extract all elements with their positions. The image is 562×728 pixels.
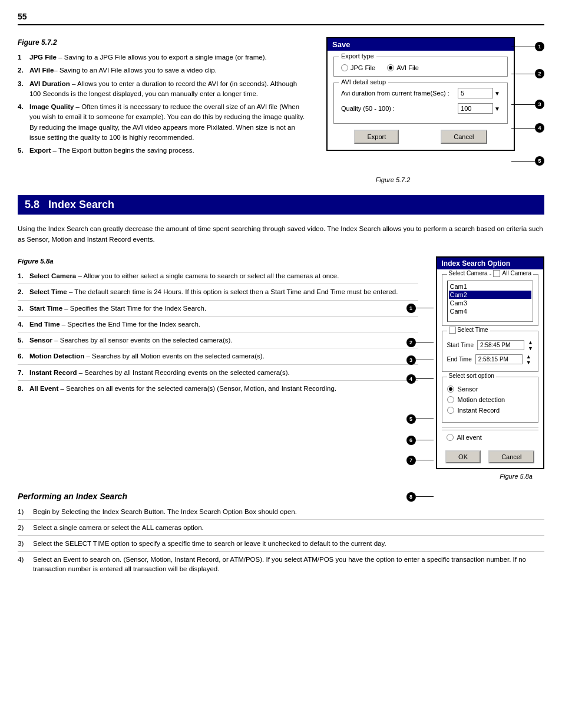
- save-dialog-buttons: Export Cancel: [333, 130, 508, 144]
- list-item: 6. Motion Detection – Searches by all Mo…: [18, 351, 418, 364]
- all-camera-label: All Camera: [503, 270, 531, 276]
- start-time-spinner[interactable]: ▲▼: [528, 340, 533, 351]
- avi-radio-btn[interactable]: [387, 64, 394, 71]
- list-item: 5. Sensor – Searches by all sensor event…: [18, 335, 418, 348]
- end-time-spinner[interactable]: ▲▼: [526, 354, 531, 365]
- select-time-group-label: Select Time: [447, 327, 490, 334]
- list-item: 5. Export – The Export button begins the…: [18, 146, 309, 156]
- quality-arrow: ▼: [494, 106, 500, 112]
- callout-4: 4: [535, 123, 544, 133]
- list-item: 4. Image Quality – Often times it is nec…: [18, 102, 309, 143]
- start-time-label: Start Time: [447, 342, 474, 348]
- section-58-number: 5.8: [25, 199, 39, 210]
- all-camera-checkbox[interactable]: [493, 270, 500, 277]
- sensor-label: Sensor: [458, 386, 478, 393]
- list-item: 3. AVI Duration – Allows you to enter a …: [18, 79, 309, 100]
- duration-dropdown[interactable]: 5 ▼: [458, 88, 500, 98]
- jpg-label: JPG File: [351, 64, 375, 71]
- all-event-section[interactable]: All event: [442, 430, 539, 444]
- performing-title: Performing an Index Search: [18, 492, 544, 501]
- instant-label: Instant Record: [458, 407, 500, 414]
- performing-step-4: 4) Select an Event to search on. (Sensor…: [18, 555, 544, 577]
- time-group: Select Time Start Time ▲▼ End Time ▲▼: [442, 331, 539, 372]
- avi-detail-group: AVI detail setup Avi duration from curre…: [333, 83, 508, 124]
- callout-5: 5: [535, 156, 544, 166]
- end-time-label: End Time: [447, 356, 472, 363]
- camera-list[interactable]: Cam1 Cam2 Cam3 Cam4: [447, 281, 534, 322]
- index-dialog-buttons: OK Cancel: [442, 450, 539, 463]
- jpg-radio[interactable]: JPG File: [341, 64, 375, 71]
- export-type-label: Export type: [339, 52, 376, 60]
- list-item: 4. End Time – Specifies the End Time for…: [18, 319, 418, 332]
- section-58-title: Index Search: [48, 199, 114, 210]
- camera-item-cam4[interactable]: Cam4: [449, 307, 532, 315]
- index-dialog-title: Index Search Option: [437, 258, 544, 269]
- callout-2: 2: [535, 69, 544, 78]
- duration-input[interactable]: 5: [458, 88, 493, 98]
- sensor-radio-item[interactable]: Sensor: [447, 386, 534, 393]
- save-dialog-title: Save: [328, 38, 514, 51]
- all-event-radio[interactable]: [447, 434, 454, 441]
- select-time-label: Select Time: [457, 327, 488, 333]
- camera-group: Select Camera All Camera Cam1 Cam2 Cam3 …: [442, 274, 539, 326]
- index-items-list: 1. Select Camera – Allow you to either s…: [18, 271, 418, 396]
- list-item: 7. Instant Record – Searches by all Inst…: [18, 368, 418, 381]
- performing-step-2: 2) Select a single camera or select the …: [18, 523, 544, 536]
- performing-list: 1) Begin by Selecting the Index Search B…: [18, 507, 544, 577]
- list-item: 1. Select Camera – Allow you to either s…: [18, 271, 418, 284]
- index-cancel-button[interactable]: Cancel: [488, 450, 534, 463]
- export-type-radio-row: JPG File AVI File: [341, 64, 500, 71]
- instant-radio[interactable]: [447, 407, 454, 414]
- camera-item-cam1[interactable]: Cam1: [449, 282, 532, 291]
- export-button[interactable]: Export: [354, 130, 399, 144]
- start-time-input[interactable]: [477, 340, 524, 350]
- motion-label: Motion detection: [458, 396, 505, 403]
- callout-3: 3: [535, 100, 544, 109]
- select-camera-label: Select Camera: [447, 270, 490, 276]
- list-item: 8. All Event – Searches on all events fo…: [18, 384, 418, 396]
- camera-item-cam2[interactable]: Cam2: [449, 291, 532, 299]
- index-ok-button[interactable]: OK: [445, 450, 481, 463]
- list-item: 2. Select Time – The default search time…: [18, 287, 418, 300]
- quality-row: Quality (50 - 100) : 100 ▼: [341, 103, 500, 114]
- figure-58a-caption: Figure 5.8a: [18, 473, 533, 480]
- motion-radio-item[interactable]: Motion detection: [447, 396, 534, 403]
- motion-radio[interactable]: [447, 396, 454, 403]
- section-58-intro: Using the Index Search can greatly decre…: [18, 224, 544, 245]
- figure-58a-label: Figure 5.8a: [18, 256, 418, 266]
- index-dialog: Index Search Option Select Camera All Ca…: [436, 256, 545, 469]
- page-number: 55: [18, 12, 544, 25]
- cancel-button[interactable]: Cancel: [441, 130, 487, 144]
- all-camera-check[interactable]: All Camera: [491, 270, 533, 277]
- sort-group-label: Select sort option: [447, 373, 496, 379]
- avi-radio[interactable]: AVI File: [387, 64, 419, 71]
- sensor-radio[interactable]: [447, 386, 454, 393]
- select-time-checkbox[interactable]: [449, 327, 456, 334]
- section-58-header: 5.8 Index Search: [18, 195, 544, 215]
- performing-step-1: 1) Begin by Selecting the Index Search B…: [18, 507, 544, 520]
- figure-572-caption: Figure 5.7.2: [242, 176, 544, 183]
- start-time-row: Start Time ▲▼: [447, 340, 534, 351]
- avi-label: AVI File: [396, 64, 419, 71]
- camera-item-cam3[interactable]: Cam3: [449, 299, 532, 307]
- figure-572-list: 1 JPG File – Saving to a JPG File allows…: [18, 52, 309, 156]
- avi-detail-label: AVI detail setup: [339, 78, 388, 85]
- all-event-label: All event: [457, 434, 482, 441]
- end-time-row: End Time ▲▼: [447, 354, 534, 365]
- quality-label: Quality (50 - 100) :: [341, 104, 458, 113]
- quality-dropdown[interactable]: 100 ▼: [458, 103, 500, 114]
- end-time-input[interactable]: [475, 354, 523, 364]
- export-type-group: Export type JPG File AVI File: [333, 57, 508, 77]
- list-item: 2. AVI File– Saving to an AVI File allow…: [18, 65, 309, 75]
- callout-1: 1: [535, 42, 544, 51]
- sort-group: Select sort option Sensor Motion detecti…: [442, 377, 539, 423]
- quality-input[interactable]: 100: [458, 103, 493, 114]
- jpg-radio-btn[interactable]: [341, 64, 348, 71]
- performing-section: Performing an Index Search 1) Begin by S…: [18, 492, 544, 577]
- list-item: 3. Start Time – Specifies the Start Time…: [18, 304, 418, 317]
- duration-arrow: ▼: [494, 90, 500, 97]
- list-item: 1 JPG File – Saving to a JPG File allows…: [18, 52, 309, 62]
- duration-row: Avi duration from current frame(Sec) : 5…: [341, 88, 500, 98]
- performing-step-3: 3) Select the SELECT TIME option to spec…: [18, 539, 544, 552]
- instant-radio-item[interactable]: Instant Record: [447, 407, 534, 414]
